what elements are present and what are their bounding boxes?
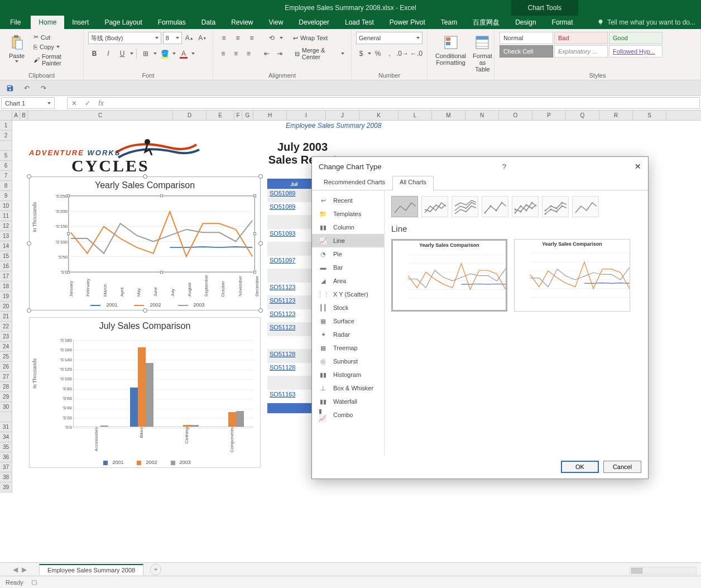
accounting-format-button[interactable]: $ (356, 47, 366, 60)
underline-button[interactable]: U (116, 47, 128, 60)
sales-order-link[interactable]: SO51128 (270, 364, 295, 371)
paste-button[interactable]: Paste (4, 31, 29, 68)
sales-order-link[interactable]: SO51128 (270, 351, 295, 357)
increase-indent-button[interactable]: ⇥ (274, 47, 285, 60)
chart-type-templates[interactable]: 📁Templates (312, 207, 384, 221)
style-good[interactable]: Good (609, 32, 662, 44)
menu-data[interactable]: Data (194, 16, 223, 29)
resize-handle[interactable] (258, 174, 263, 179)
line-subtype-1[interactable] (421, 196, 448, 217)
tab-recommended-charts[interactable]: Recommended Charts (316, 176, 392, 190)
menu-insert[interactable]: Insert (64, 16, 97, 29)
font-size-combo[interactable]: 8 (163, 32, 182, 44)
menu-formulas[interactable]: Formulas (150, 16, 194, 29)
align-middle-button[interactable]: ≡ (232, 32, 244, 44)
copy-button[interactable]: ⎘Copy (31, 42, 79, 51)
menu-design[interactable]: Design (507, 16, 544, 29)
borders-button[interactable]: ⊞ (140, 47, 152, 60)
tab-nav-next[interactable]: ▶ (20, 566, 28, 573)
align-top-button[interactable]: ≡ (218, 32, 230, 44)
chart-title[interactable]: July Sales Comparison (30, 318, 260, 332)
chevron-down-icon[interactable] (368, 52, 371, 55)
cut-button[interactable]: ✂Cut (31, 32, 79, 42)
help-button[interactable]: ? (502, 162, 506, 171)
sales-order-link[interactable]: SO51097 (270, 257, 295, 264)
sales-order-link[interactable]: SO51089 (270, 190, 295, 197)
style-check-cell[interactable]: Check Cell (500, 45, 553, 58)
cancel-button[interactable]: Cancel (603, 461, 641, 473)
chart-type-area[interactable]: ◢Area (312, 274, 384, 288)
menu-file[interactable]: File (0, 16, 31, 29)
plot-area[interactable] (73, 340, 253, 427)
chart-type-radar[interactable]: ✦Radar (312, 328, 384, 341)
chart-type-line[interactable]: 📈Line (312, 234, 384, 247)
sales-order-link[interactable]: SO51123 (270, 284, 295, 290)
resize-handle[interactable] (258, 241, 263, 246)
style-explanatory[interactable]: Explanatory ... (554, 45, 608, 58)
plot-area[interactable] (69, 196, 255, 272)
italic-button[interactable]: I (102, 47, 114, 60)
chart-type-treemap[interactable]: ▦Treemap (312, 341, 384, 355)
save-button[interactable] (4, 83, 16, 94)
align-right-button[interactable]: ≡ (243, 47, 254, 60)
chart-type-recent[interactable]: ↩Recent (312, 194, 384, 207)
chart-type-stock[interactable]: ┃┃Stock (312, 301, 384, 314)
orientation-button[interactable]: ⟲ (266, 32, 278, 44)
menu-load-test[interactable]: Load Test (337, 16, 382, 29)
horizontal-scrollbar[interactable] (630, 567, 697, 575)
add-sheet-button[interactable]: + (150, 564, 161, 575)
format-as-table-button[interactable]: Format as Table (469, 31, 496, 80)
bold-button[interactable]: B (88, 47, 100, 60)
chart-type-column[interactable]: ▮▮Column (312, 221, 384, 234)
wrap-text-button[interactable]: ↩Wrap Text (291, 34, 330, 43)
line-subtype-6[interactable] (572, 196, 599, 217)
menu-view[interactable]: View (261, 16, 291, 29)
increase-decimal-button[interactable]: .0→ (396, 47, 409, 60)
tell-me-search[interactable]: Tell me what you want to do... (592, 16, 701, 29)
chart-type-surface[interactable]: ▦Surface (312, 314, 384, 328)
menu-developer[interactable]: Developer (291, 16, 337, 29)
cancel-formula-button[interactable]: ✕ (68, 99, 81, 107)
chevron-down-icon[interactable] (130, 52, 133, 55)
decrease-decimal-button[interactable]: ←.0 (410, 47, 422, 60)
sales-order-link[interactable]: SO51123 (270, 324, 295, 331)
chart-preview-2[interactable]: Yearly Sales Comparison (514, 239, 630, 312)
menu-home[interactable]: Home (31, 16, 64, 29)
resize-handle[interactable] (258, 308, 263, 313)
menu-review[interactable]: Review (223, 16, 261, 29)
increase-font-button[interactable]: A▲ (184, 32, 195, 44)
dialog-titlebar[interactable]: Change Chart Type ? ✕ (312, 157, 648, 176)
sales-order-link[interactable]: SO51123 (270, 310, 295, 317)
chart-type-waterfall[interactable]: ▮▮Waterfall (312, 395, 384, 408)
chevron-down-icon[interactable] (172, 52, 176, 55)
chart-legend[interactable]: 200120022003 (30, 460, 260, 465)
sales-order-link[interactable]: SO51093 (270, 230, 295, 237)
tab-all-charts[interactable]: All Charts (392, 176, 434, 190)
menu-format[interactable]: Format (544, 16, 581, 29)
resize-handle[interactable] (27, 241, 31, 246)
july-sales-chart[interactable]: July Sales Comparison In Thousands 'S'18… (29, 317, 261, 468)
chevron-down-icon[interactable] (191, 52, 195, 55)
macro-record-icon[interactable]: ▢ (31, 579, 37, 586)
line-subtype-0[interactable] (391, 196, 418, 217)
name-box[interactable]: Chart 1 (1, 97, 55, 109)
comma-button[interactable]: , (385, 47, 395, 60)
align-center-button[interactable]: ≡ (231, 47, 242, 60)
enter-formula-button[interactable]: ✓ (81, 99, 94, 107)
undo-button[interactable]: ↶ (21, 83, 32, 94)
decrease-font-button[interactable]: A▼ (196, 32, 208, 44)
font-color-button[interactable]: A (177, 47, 190, 60)
menu-page-layout[interactable]: Page Layout (97, 16, 150, 29)
line-subtype-2[interactable] (452, 196, 478, 217)
resize-handle[interactable] (27, 308, 31, 313)
chart-type-scatter[interactable]: ⋮⋮X Y (Scatter) (312, 288, 384, 301)
formula-input[interactable] (108, 98, 699, 108)
sales-order-link[interactable]: SO51163 (270, 391, 295, 398)
redo-button[interactable]: ↷ (38, 83, 49, 94)
sales-order-link[interactable]: SO51089 (270, 203, 295, 210)
chart-type-combo[interactable]: ▮📈Combo (312, 408, 384, 422)
percent-button[interactable]: % (373, 47, 383, 60)
chart-type-pie[interactable]: ◔Pie (312, 247, 384, 261)
style-normal[interactable]: Normal (500, 32, 553, 44)
chart-type-bar[interactable]: ▬Bar (312, 261, 384, 274)
